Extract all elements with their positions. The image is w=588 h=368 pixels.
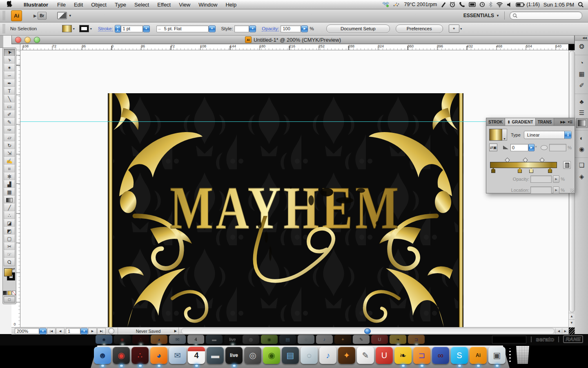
brush-dropdown[interactable]: ▼ [209, 25, 216, 32]
gradient-stop-marker[interactable] [529, 168, 533, 173]
gradient-bar[interactable] [490, 162, 557, 168]
dock-app[interactable]: ⊐ [413, 347, 430, 364]
fill-stroke-proxy[interactable]: ⇄ [3, 267, 15, 290]
preferences-button[interactable]: Preferences [396, 25, 443, 33]
time-machine-icon[interactable] [479, 2, 485, 7]
opacity-dropdown[interactable]: ▶ [301, 25, 308, 32]
dock-app[interactable]: 4 [188, 347, 205, 364]
panel-icon[interactable]: ▦ [577, 70, 586, 79]
gradient-stop-marker[interactable] [548, 168, 552, 173]
panel-icon[interactable]: ♣ [577, 97, 586, 106]
artboard-number-field[interactable]: 1 [66, 328, 80, 334]
gradient-stop-marker[interactable] [491, 168, 495, 173]
tool-button[interactable]: ↻ [4, 141, 15, 150]
spotlight-icon[interactable] [578, 2, 584, 8]
dock-app[interactable]: Ai [470, 347, 487, 364]
go-to-bridge-button[interactable]: ▶ Br [33, 12, 47, 20]
pen-tablet-icon[interactable] [441, 2, 446, 7]
document-title-bar[interactable]: Ai Untitled-1* @ 200% (CMYK/Preview) [11, 35, 575, 44]
tool-button[interactable]: T [4, 87, 15, 95]
tool-button[interactable]: ✑ [4, 126, 15, 134]
menu-item[interactable]: Type [111, 2, 130, 8]
scroll-left-button[interactable]: ◀ [555, 328, 562, 334]
none-mode-button[interactable] [12, 291, 16, 295]
reverse-gradient-button[interactable]: ⇄▣ [489, 144, 497, 151]
tool-button[interactable]: ∽ [4, 72, 15, 80]
menu-item[interactable]: View [175, 2, 194, 8]
tool-button[interactable]: ☞ [4, 250, 15, 258]
tool-button[interactable]: ⌗ [4, 165, 15, 173]
monitor-widget-icon[interactable] [393, 2, 400, 7]
panel-icon[interactable]: ❏ [577, 161, 586, 170]
tool-button[interactable]: ▢ [4, 235, 15, 243]
tool-button[interactable]: Ϙ [4, 258, 15, 266]
swap-fill-stroke-icon[interactable]: ⇄ [12, 267, 15, 271]
wifi-icon[interactable] [496, 2, 503, 7]
fill-proxy-swatch[interactable] [4, 268, 12, 276]
tool-button[interactable]: ✍ [4, 157, 15, 165]
menu-item[interactable]: Object [87, 2, 111, 8]
angle-field[interactable]: 0 [510, 144, 528, 151]
tool-button[interactable]: ▟ [4, 180, 15, 188]
panel-icon[interactable]: ◈ [577, 172, 586, 181]
stroke-weight-field[interactable]: 1 pt [121, 25, 143, 32]
panel-icon[interactable]: ❂ [577, 42, 586, 51]
window-resize-grip[interactable] [568, 327, 575, 334]
gradient-slider[interactable] [489, 158, 572, 172]
battery-status[interactable]: (1:16) [516, 2, 540, 7]
dock-app[interactable]: ✉ [169, 347, 186, 364]
apple-menu[interactable] [0, 1, 19, 8]
tool-button[interactable]: ⇲ [4, 149, 15, 157]
delete-stop-button[interactable] [563, 161, 571, 169]
temp-fan-status[interactable]: 79°C 2001rpm [404, 2, 437, 7]
tab-transparency[interactable]: TRANS [536, 118, 554, 126]
tool-button[interactable]: ➤ [4, 48, 15, 56]
scroll-down-button[interactable]: ▼ [569, 319, 575, 326]
angle-dropdown[interactable]: ▶ [528, 144, 535, 151]
controlbar-grip[interactable] [2, 24, 5, 33]
tab-stroke[interactable]: STROK [486, 118, 505, 126]
opacity-link[interactable]: Opacity: [262, 26, 279, 31]
next-artboard-button[interactable]: ▶ [88, 328, 97, 334]
dock-app[interactable]: ◉ [113, 347, 130, 364]
dock-app[interactable]: ∞ [432, 347, 449, 364]
search-input[interactable] [510, 11, 582, 20]
gradient-swatch-dropdown[interactable]: ▼ [502, 129, 507, 141]
zoom-level-field[interactable]: 200% [15, 328, 39, 334]
gradient-swatch-thumbnail[interactable] [489, 129, 502, 141]
tool-button[interactable]: ✂ [4, 242, 15, 251]
chevron-down-icon[interactable]: ▼ [72, 27, 75, 30]
panel-icon[interactable]: ◐ [577, 133, 586, 142]
dock-app[interactable]: U [376, 347, 393, 364]
style-dropdown[interactable]: ▼ [249, 25, 256, 32]
stroke-link[interactable]: Stroke: [98, 26, 113, 31]
panel-resize-grip[interactable] [570, 188, 574, 193]
arrange-documents-button[interactable]: ▼ [57, 12, 72, 19]
stroke-weight-stepper[interactable]: ▲▼ [115, 25, 121, 33]
gradient-stop-marker[interactable] [518, 168, 522, 173]
horizontal-ruler[interactable]: 1087236036721081441802162522883243603964… [20, 44, 568, 50]
tool-button[interactable]: ◪ [4, 219, 15, 227]
brush-definition-field[interactable]: ‒ 5 pt. Flat [156, 25, 209, 32]
menu-item[interactable]: Window [194, 2, 221, 8]
tool-button[interactable]: ✐ [4, 110, 15, 119]
scroll-right-button[interactable]: ▶ [562, 328, 568, 334]
chevron-down-icon[interactable]: ▼ [460, 27, 463, 30]
tool-button[interactable]: ▭ [4, 103, 15, 111]
dock-app[interactable]: ❧ [394, 347, 412, 364]
status-display[interactable]: Never Saved ▶ [118, 328, 179, 334]
tool-button[interactable]: ◩ [4, 227, 15, 235]
previous-artboard-button[interactable]: ◀ [56, 328, 65, 334]
phone-icon[interactable] [459, 2, 465, 7]
menu-item[interactable]: Effect [153, 2, 175, 8]
horizontal-scrollbar[interactable] [181, 328, 555, 334]
tool-button[interactable]: ✒ [4, 79, 15, 88]
tool-button[interactable]: ✶ [4, 64, 15, 72]
dock-app[interactable]: live [225, 347, 243, 364]
first-artboard-button[interactable]: |◀ [47, 328, 56, 334]
scroll-up-button[interactable]: ▲ [569, 313, 575, 319]
panel-icon[interactable]: ◔ [577, 58, 586, 67]
dock-app[interactable]: ∴ [131, 347, 149, 364]
panel-icon[interactable]: ☰ [577, 108, 586, 117]
dock-app[interactable]: ☻ [94, 347, 111, 364]
